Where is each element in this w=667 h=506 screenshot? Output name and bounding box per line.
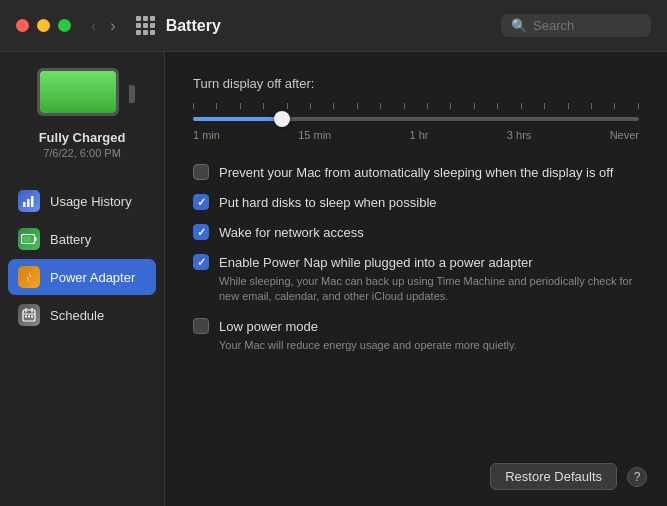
search-icon: 🔍 — [511, 18, 527, 33]
slider-track[interactable] — [193, 117, 639, 121]
option-low-power-text: Low power mode Your Mac will reduce ener… — [219, 317, 639, 353]
nav-arrows: ‹ › — [87, 15, 120, 37]
option-prevent-sleep-text: Prevent your Mac from automatically slee… — [219, 163, 639, 181]
checkbox-hard-disk-sleep[interactable] — [193, 194, 209, 210]
checkbox-prevent-sleep[interactable] — [193, 164, 209, 180]
option-prevent-sleep-label: Prevent your Mac from automatically slee… — [219, 165, 613, 180]
zoom-button[interactable] — [58, 19, 71, 32]
usage-history-icon — [18, 190, 40, 212]
svg-marker-6 — [27, 271, 31, 283]
display-sleep-slider-section: Turn display off after: — [193, 76, 639, 141]
schedule-icon — [18, 304, 40, 326]
checkbox-low-power[interactable] — [193, 318, 209, 334]
checkbox-power-nap[interactable] — [193, 254, 209, 270]
svg-rect-1 — [27, 199, 30, 207]
slider-container[interactable]: 1 min 15 min 1 hr 3 hrs Never — [193, 103, 639, 141]
sidebar-item-power-adapter-label: Power Adapter — [50, 270, 135, 285]
sidebar-item-battery[interactable]: Battery — [8, 221, 156, 257]
option-hard-disk-sleep-label: Put hard disks to sleep when possible — [219, 195, 437, 210]
option-low-power-label: Low power mode — [219, 319, 318, 334]
restore-defaults-button[interactable]: Restore Defaults — [490, 463, 617, 490]
battery-nav-icon — [18, 228, 40, 250]
battery-status-label: Fully Charged — [39, 130, 126, 145]
search-input[interactable] — [533, 18, 641, 33]
power-adapter-icon — [18, 266, 40, 288]
svg-rect-11 — [25, 316, 27, 318]
option-wake-network: Wake for network access — [193, 223, 639, 241]
battery-status: Fully Charged 7/6/22, 6:00 PM — [25, 68, 139, 159]
option-wake-network-label: Wake for network access — [219, 225, 364, 240]
sidebar-nav: Usage History Battery — [0, 183, 164, 335]
slider-thumb[interactable] — [274, 111, 290, 127]
svg-rect-12 — [28, 316, 30, 318]
slider-ticks — [193, 103, 639, 109]
svg-rect-4 — [35, 237, 37, 241]
slider-filled — [193, 117, 282, 121]
content-area: Turn display off after: — [165, 52, 667, 506]
svg-rect-2 — [31, 196, 34, 207]
sidebar: Fully Charged 7/6/22, 6:00 PM Usage Hist… — [0, 52, 165, 506]
close-button[interactable] — [16, 19, 29, 32]
sidebar-item-schedule[interactable]: Schedule — [8, 297, 156, 333]
main-layout: Fully Charged 7/6/22, 6:00 PM Usage Hist… — [0, 52, 667, 506]
option-low-power: Low power mode Your Mac will reduce ener… — [193, 317, 639, 353]
title-bar: ‹ › Battery 🔍 — [0, 0, 667, 52]
checkbox-wake-network[interactable] — [193, 224, 209, 240]
svg-rect-5 — [23, 236, 31, 242]
sidebar-item-usage-history-label: Usage History — [50, 194, 132, 209]
slider-label-1hr: 1 hr — [410, 129, 429, 141]
window-title: Battery — [166, 17, 501, 35]
battery-icon — [37, 68, 127, 120]
slider-label-15min: 15 min — [298, 129, 331, 141]
back-button[interactable]: ‹ — [87, 15, 100, 37]
option-power-nap-text: Enable Power Nap while plugged into a po… — [219, 253, 639, 305]
slider-label-never: Never — [610, 129, 639, 141]
option-prevent-sleep: Prevent your Mac from automatically slee… — [193, 163, 639, 181]
sidebar-item-battery-label: Battery — [50, 232, 91, 247]
sidebar-item-usage-history[interactable]: Usage History — [8, 183, 156, 219]
content-footer: Restore Defaults ? — [490, 463, 647, 490]
slider-label-3hrs: 3 hrs — [507, 129, 531, 141]
search-box[interactable]: 🔍 — [501, 14, 651, 37]
svg-rect-13 — [31, 316, 33, 318]
traffic-lights — [16, 19, 71, 32]
grid-icon[interactable] — [136, 16, 156, 36]
option-hard-disk-sleep: Put hard disks to sleep when possible — [193, 193, 639, 211]
svg-rect-0 — [23, 202, 26, 207]
slider-label-1min: 1 min — [193, 129, 220, 141]
option-power-nap-label: Enable Power Nap while plugged into a po… — [219, 255, 533, 270]
sidebar-item-schedule-label: Schedule — [50, 308, 104, 323]
sidebar-item-power-adapter[interactable]: Power Adapter — [8, 259, 156, 295]
option-low-power-sublabel: Your Mac will reduce energy usage and op… — [219, 338, 639, 353]
forward-button[interactable]: › — [106, 15, 119, 37]
minimize-button[interactable] — [37, 19, 50, 32]
option-power-nap-sublabel: While sleeping, your Mac can back up usi… — [219, 274, 639, 305]
slider-label: Turn display off after: — [193, 76, 639, 91]
help-button[interactable]: ? — [627, 467, 647, 487]
battery-status-date: 7/6/22, 6:00 PM — [43, 147, 121, 159]
option-wake-network-text: Wake for network access — [219, 223, 639, 241]
options-list: Prevent your Mac from automatically slee… — [193, 163, 639, 353]
option-hard-disk-sleep-text: Put hard disks to sleep when possible — [219, 193, 639, 211]
option-power-nap: Enable Power Nap while plugged into a po… — [193, 253, 639, 305]
slider-labels: 1 min 15 min 1 hr 3 hrs Never — [193, 129, 639, 141]
